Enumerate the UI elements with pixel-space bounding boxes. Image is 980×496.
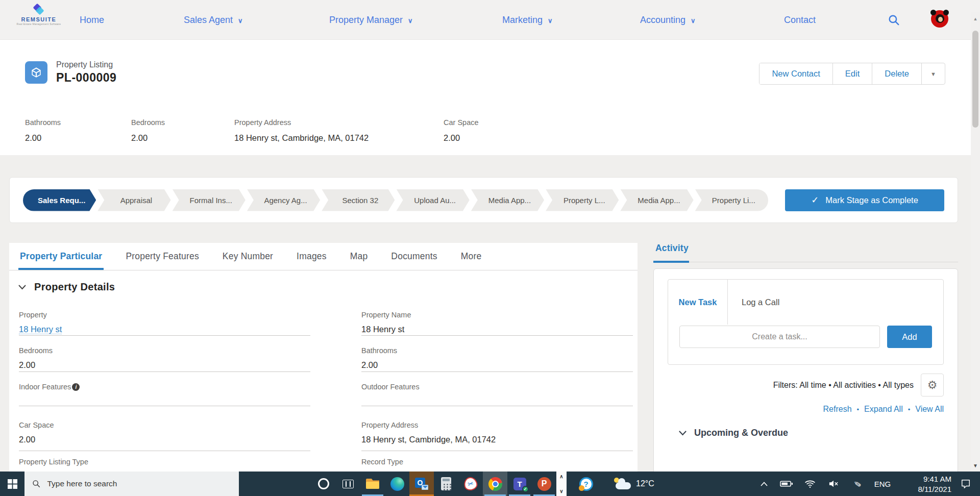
volume-button[interactable]	[822, 472, 845, 496]
calculator-button[interactable]	[434, 472, 458, 496]
help-icon: ?	[579, 477, 593, 491]
refresh-link[interactable]: Refresh	[823, 405, 852, 414]
upcoming-overdue-section-toggle[interactable]: Upcoming & Overdue	[679, 428, 944, 438]
path-stage[interactable]: Property L...	[546, 189, 619, 211]
mark-stage-complete-button[interactable]: ✓ Mark Stage as Complete	[785, 189, 944, 211]
clock[interactable]: 9:41 AM 8/11/2021	[896, 472, 951, 496]
field-bathrooms: Bathrooms 2.00	[361, 336, 633, 372]
taskbar-search[interactable]	[24, 472, 239, 496]
activity-filters-row: Filters: All time • All activities • All…	[668, 374, 944, 396]
composer-tabs: New Task Log a Call	[668, 280, 943, 325]
path-stage[interactable]: Property Li...	[695, 189, 768, 211]
task-composer-row: Add	[668, 325, 943, 364]
field-indoor-features: Indoor Featuresi	[19, 372, 310, 406]
delete-button[interactable]: Delete	[872, 63, 921, 84]
chevron-down-icon	[18, 285, 26, 290]
scroll-up-arrow[interactable]: ▲	[971, 16, 980, 21]
tab-map[interactable]: Map	[349, 243, 370, 270]
activity-card: New Task Log a Call Add Filters: All tim…	[653, 268, 958, 483]
user-avatar[interactable]	[931, 10, 948, 28]
outlook-button[interactable]: O	[409, 472, 434, 496]
help-button[interactable]: ?	[574, 472, 598, 496]
property-details-section-toggle[interactable]: Property Details	[18, 281, 638, 293]
tab-property-features[interactable]: Property Features	[124, 243, 200, 270]
battery-icon	[780, 480, 793, 487]
tab-activity[interactable]: Activity	[655, 243, 958, 254]
record-detail-panel: Property Particular Property Features Ke…	[9, 243, 638, 472]
field-record-type: Record Type	[361, 451, 633, 472]
app-logo[interactable]: REMSUITE Real Estate Management Software	[14, 4, 63, 26]
wifi-button[interactable]	[798, 472, 822, 496]
tab-images[interactable]: Images	[295, 243, 328, 270]
cloud-icon	[616, 482, 631, 489]
nav-item-property-manager[interactable]: Property Manager∨	[329, 0, 413, 40]
tab-key-number[interactable]: Key Number	[221, 243, 275, 270]
nav-item-home[interactable]: Home	[80, 0, 104, 40]
taskbar-search-input[interactable]	[47, 479, 232, 488]
tab-log-a-call[interactable]: Log a Call	[727, 280, 943, 325]
path-stage[interactable]: Appraisal	[97, 189, 170, 211]
view-all-link[interactable]: View All	[915, 405, 944, 414]
record-header: Property Listing PL-000009 New Contact E…	[0, 40, 980, 155]
path-stage[interactable]: Formal Ins...	[173, 189, 246, 211]
teams-button[interactable]: T✓	[507, 472, 532, 496]
summary-field: Property Address 18 Henry st, Cambridge,…	[234, 118, 369, 143]
summary-field: Bathrooms 2.00	[25, 118, 61, 143]
property-listing-page: { "brand": { "name": "REMSUITE", "taglin…	[0, 0, 980, 496]
property-link[interactable]: 18 Henry st	[19, 325, 62, 334]
snipping-tool-button[interactable]: ✂	[458, 472, 483, 496]
language-indicator[interactable]: ENG	[869, 472, 896, 496]
wifi-icon	[804, 479, 816, 488]
caret-down-icon: ▼	[930, 71, 936, 77]
new-contact-button[interactable]: New Contact	[760, 63, 832, 84]
page-scrollbar[interactable]: ▲ ▼	[971, 12, 980, 472]
task-view-button[interactable]	[336, 472, 360, 496]
info-icon[interactable]: i	[72, 383, 80, 391]
action-center-button[interactable]	[951, 472, 980, 496]
search-icon[interactable]	[887, 13, 900, 27]
filters-summary: Filters: All time • All activities • All…	[773, 381, 914, 390]
path-stage[interactable]: Upload Au...	[396, 189, 469, 211]
summary-field: Bedrooms 2.00	[131, 118, 165, 143]
filters-settings-button[interactable]: ⚙	[921, 374, 944, 396]
path-stage[interactable]: Media App...	[471, 189, 544, 211]
nav-item-accounting[interactable]: Accounting∨	[640, 0, 696, 40]
nav-item-marketing[interactable]: Marketing∨	[502, 0, 553, 40]
scrollbar-thumb[interactable]	[972, 31, 978, 128]
field-property-listing-type: Property Listing Type	[19, 451, 310, 472]
cortana-button[interactable]	[311, 472, 336, 496]
more-actions-dropdown[interactable]: ▼	[921, 63, 945, 84]
add-task-button[interactable]: Add	[887, 326, 932, 348]
create-task-input[interactable]	[679, 326, 880, 348]
pen-icon: ✎	[851, 479, 863, 488]
powerpoint-button[interactable]: P	[532, 472, 556, 496]
nav-item-sales-agent[interactable]: Sales Agent∨	[184, 0, 243, 40]
tab-property-particular[interactable]: Property Particular	[18, 243, 104, 270]
start-button[interactable]	[0, 472, 24, 496]
path-stage[interactable]: Section 32	[322, 189, 395, 211]
pen-button[interactable]: ✎	[845, 472, 869, 496]
path-stage[interactable]: Agency Ag...	[247, 189, 320, 211]
edge-button[interactable]	[385, 472, 409, 496]
check-icon: ✓	[811, 194, 819, 206]
edit-button[interactable]: Edit	[832, 63, 872, 84]
top-navigation: REMSUITE Real Estate Management Software…	[0, 0, 980, 40]
expand-all-link[interactable]: Expand All	[864, 405, 903, 414]
edge-icon	[390, 477, 404, 491]
weather-widget[interactable]: 12°C	[610, 472, 659, 496]
tab-new-task[interactable]: New Task	[668, 280, 727, 325]
nav-item-contact[interactable]: Contact	[784, 0, 816, 40]
battery-button[interactable]	[775, 472, 798, 496]
summary-field: Car Space 2.00	[444, 118, 479, 143]
path-stage[interactable]: Media App...	[620, 189, 693, 211]
scroll-down-arrow[interactable]: ▼	[971, 463, 980, 468]
chrome-button[interactable]	[483, 472, 507, 496]
hidden-icons-button[interactable]	[753, 472, 775, 496]
tab-more[interactable]: More	[459, 243, 483, 270]
field-bedrooms: Bedrooms 2.00	[19, 336, 310, 372]
taskbar-overflow-scroll[interactable]: ∧∨	[556, 472, 567, 496]
file-explorer-button[interactable]	[360, 472, 385, 496]
path-stage-current[interactable]: Sales Requ...	[23, 189, 96, 211]
tab-documents[interactable]: Documents	[389, 243, 438, 270]
field-outdoor-features: Outdoor Features	[361, 372, 633, 406]
